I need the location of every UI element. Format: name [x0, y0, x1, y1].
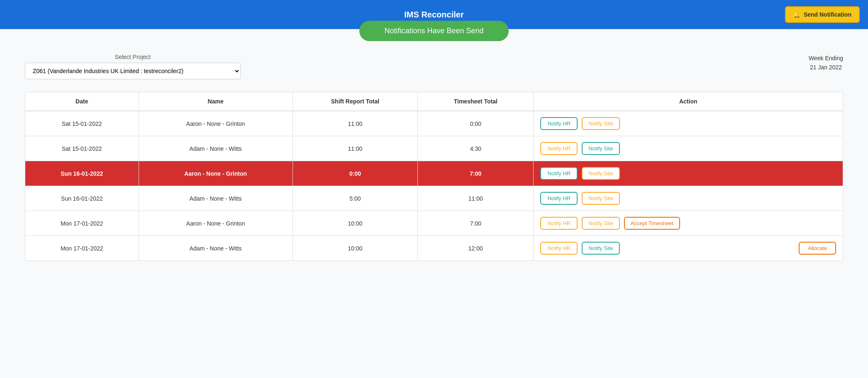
- cell-name: Adam - None - Witts: [139, 236, 293, 261]
- week-ending-section: Week Ending 21 Jan 2022: [809, 54, 843, 72]
- notify-hr-button[interactable]: Notify HR: [540, 242, 578, 255]
- send-notification-button[interactable]: 🔔 Send Notification: [785, 6, 860, 23]
- action-buttons-group: Notify HRNotify Site: [540, 142, 836, 155]
- action-buttons-group: Notify HRNotify Site: [540, 192, 836, 205]
- cell-date: Sun 16-01-2022: [25, 161, 139, 186]
- cell-shift-total: 10:00: [293, 211, 418, 236]
- col-header-action: Action: [534, 92, 843, 111]
- project-week-row: Select Project Z061 (Vanderlande Industr…: [25, 54, 843, 79]
- cell-shift-total: 10:00: [293, 236, 418, 261]
- week-ending-label: Week Ending: [809, 54, 843, 63]
- col-header-shift: Shift Report Total: [293, 92, 418, 111]
- cell-timesheet-total: 11:00: [418, 186, 534, 211]
- cell-action: Notify HRNotify SiteAccept Timesheet: [534, 211, 843, 236]
- data-table: Date Name Shift Report Total Timesheet T…: [25, 92, 843, 260]
- cell-date: Mon 17-01-2022: [25, 211, 139, 236]
- table-row: Sun 16-01-2022Adam - None - Witts5:0011:…: [25, 186, 843, 211]
- col-header-name: Name: [139, 92, 293, 111]
- table-row: Sun 16-01-2022Aaron - None - Grinton0:00…: [25, 161, 843, 186]
- cell-timesheet-total: 12:00: [418, 236, 534, 261]
- cell-action: Notify HRNotify Site: [534, 136, 843, 161]
- notification-message: Notifications Have Been Send: [384, 27, 483, 35]
- accept-timesheet-button[interactable]: Accept Timesheet: [624, 217, 680, 230]
- notify-site-button[interactable]: Notify Site: [582, 142, 619, 155]
- col-header-timesheet: Timesheet Total: [418, 92, 534, 111]
- project-dropdown[interactable]: Z061 (Vanderlande Industries UK Limited …: [25, 63, 241, 79]
- send-notification-label: Send Notification: [804, 11, 851, 18]
- cell-name: Aaron - None - Grinton: [139, 211, 293, 236]
- cell-name: Adam - None - Witts: [139, 136, 293, 161]
- notify-site-button[interactable]: Notify Site: [582, 167, 619, 180]
- cell-date: Sat 15-01-2022: [25, 111, 139, 136]
- project-select-label: Select Project: [25, 54, 241, 60]
- cell-shift-total: 11:00: [293, 111, 418, 136]
- table-row: Mon 17-01-2022Adam - None - Witts10:0012…: [25, 236, 843, 261]
- cell-date: Sat 15-01-2022: [25, 136, 139, 161]
- table-row: Mon 17-01-2022Aaron - None - Grinton10:0…: [25, 211, 843, 236]
- table-header-row: Date Name Shift Report Total Timesheet T…: [25, 92, 843, 111]
- cell-shift-total: 5:00: [293, 186, 418, 211]
- cell-shift-total: 11:00: [293, 136, 418, 161]
- notify-site-button[interactable]: Notify Site: [582, 242, 619, 255]
- content-area: Select Project Z061 (Vanderlande Industr…: [0, 41, 868, 269]
- notification-banner: Notifications Have Been Send: [0, 21, 868, 41]
- notify-site-button[interactable]: Notify Site: [582, 117, 619, 130]
- table-row: Sat 15-01-2022Aaron - None - Grinton11:0…: [25, 111, 843, 136]
- notify-hr-button[interactable]: Notify HR: [540, 142, 578, 155]
- project-select-section: Select Project Z061 (Vanderlande Industr…: [25, 54, 241, 79]
- cell-name: Aaron - None - Grinton: [139, 111, 293, 136]
- notify-hr-button[interactable]: Notify HR: [540, 217, 578, 230]
- cell-timesheet-total: 4:30: [418, 136, 534, 161]
- notification-pill: Notifications Have Been Send: [359, 21, 508, 41]
- notify-hr-button[interactable]: Notify HR: [540, 167, 578, 180]
- bell-icon: 🔔: [793, 11, 800, 18]
- action-buttons-group: Notify HRNotify SiteAccept Timesheet: [540, 217, 836, 230]
- cell-date: Mon 17-01-2022: [25, 236, 139, 261]
- cell-name: Adam - None - Witts: [139, 186, 293, 211]
- week-ending-date: 21 Jan 2022: [809, 63, 843, 72]
- data-table-container: Date Name Shift Report Total Timesheet T…: [25, 92, 843, 261]
- action-buttons-group: Notify HRNotify SiteAllocate: [540, 242, 836, 255]
- allocate-button[interactable]: Allocate: [799, 242, 836, 255]
- action-buttons-group: Notify HRNotify Site: [540, 167, 836, 180]
- cell-shift-total: 0:00: [293, 161, 418, 186]
- cell-timesheet-total: 0:00: [418, 111, 534, 136]
- notify-hr-button[interactable]: Notify HR: [540, 192, 578, 205]
- col-header-date: Date: [25, 92, 139, 111]
- notify-hr-button[interactable]: Notify HR: [540, 117, 578, 130]
- cell-action: Notify HRNotify SiteAllocate: [534, 236, 843, 261]
- app-title: IMS Reconciler: [404, 10, 463, 20]
- cell-action: Notify HRNotify Site: [534, 186, 843, 211]
- cell-action: Notify HRNotify Site: [534, 111, 843, 136]
- cell-timesheet-total: 7:00: [418, 161, 534, 186]
- action-buttons-group: Notify HRNotify Site: [540, 117, 836, 130]
- cell-name: Aaron - None - Grinton: [139, 161, 293, 186]
- table-row: Sat 15-01-2022Adam - None - Witts11:004:…: [25, 136, 843, 161]
- cell-timesheet-total: 7:00: [418, 211, 534, 236]
- cell-action: Notify HRNotify Site: [534, 161, 843, 186]
- cell-date: Sun 16-01-2022: [25, 186, 139, 211]
- notify-site-button[interactable]: Notify Site: [582, 217, 619, 230]
- notify-site-button[interactable]: Notify Site: [582, 192, 619, 205]
